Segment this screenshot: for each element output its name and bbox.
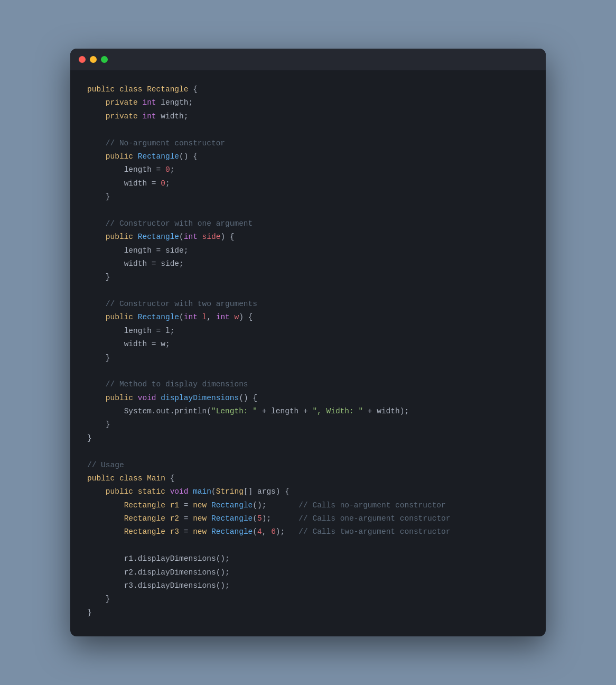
- code-line-36: r1.displayDimensions();: [87, 552, 529, 566]
- code-line-20: width = w;: [87, 338, 529, 351]
- minimize-button[interactable]: [90, 56, 97, 63]
- code-line-4: [87, 123, 529, 136]
- code-line-18: public Rectangle(int l, int w) {: [87, 311, 529, 324]
- code-line-17: // Constructor with two arguments: [87, 298, 529, 311]
- code-line-19: length = l;: [87, 325, 529, 338]
- code-line-8: width = 0;: [87, 177, 529, 190]
- code-line-37: r2.displayDimensions();: [87, 566, 529, 579]
- code-line-39: }: [87, 593, 529, 606]
- code-line-27: }: [87, 432, 529, 445]
- code-line-3: private int width;: [87, 110, 529, 123]
- code-line-23: // Method to display dimensions: [87, 378, 529, 391]
- code-editor: public class Rectangle { private int len…: [70, 70, 546, 636]
- code-line-9: }: [87, 190, 529, 203]
- code-line-40: }: [87, 606, 529, 619]
- code-line-1: public class Rectangle {: [87, 83, 529, 96]
- code-line-30: public class Main {: [87, 472, 529, 485]
- titlebar: [70, 49, 546, 70]
- code-line-35: [87, 539, 529, 552]
- code-window: public class Rectangle { private int len…: [70, 49, 546, 636]
- close-button[interactable]: [79, 56, 86, 63]
- code-line-25: System.out.println("Length: " + length +…: [87, 405, 529, 418]
- code-line-29: // Usage: [87, 459, 529, 472]
- code-line-11: // Constructor with one argument: [87, 217, 529, 230]
- code-line-15: }: [87, 271, 529, 284]
- code-line-7: length = 0;: [87, 163, 529, 177]
- code-line-34: Rectangle r3 = new Rectangle(4, 6); // C…: [87, 525, 529, 539]
- code-line-28: [87, 445, 529, 458]
- code-line-26: }: [87, 418, 529, 431]
- code-line-13: length = side;: [87, 244, 529, 257]
- code-line-12: public Rectangle(int side) {: [87, 230, 529, 244]
- code-line-32: Rectangle r1 = new Rectangle(); // Calls…: [87, 499, 529, 512]
- code-line-38: r3.displayDimensions();: [87, 579, 529, 593]
- code-line-5: // No-argument constructor: [87, 137, 529, 150]
- code-line-2: private int length;: [87, 96, 529, 109]
- code-line-14: width = side;: [87, 257, 529, 271]
- code-line-33: Rectangle r2 = new Rectangle(5); // Call…: [87, 512, 529, 525]
- code-line-16: [87, 284, 529, 298]
- code-line-31: public static void main(String[] args) {: [87, 485, 529, 498]
- code-line-22: [87, 365, 529, 378]
- code-line-24: public void displayDimensions() {: [87, 392, 529, 405]
- maximize-button[interactable]: [101, 56, 108, 63]
- code-line-6: public Rectangle() {: [87, 150, 529, 163]
- code-line-21: }: [87, 351, 529, 365]
- code-line-10: [87, 203, 529, 217]
